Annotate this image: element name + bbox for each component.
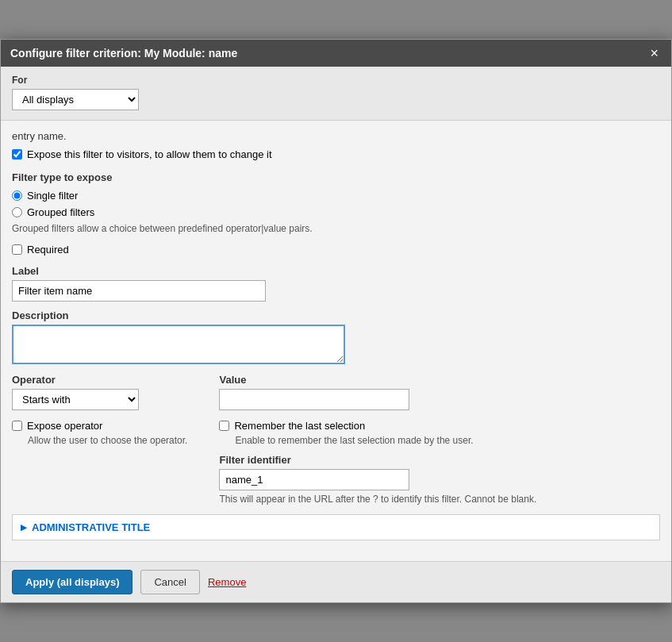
filter-type-radio-group: Single filter Grouped filters xyxy=(12,190,660,218)
remember-selection-row: Remember the last selection xyxy=(219,420,660,432)
required-label[interactable]: Required xyxy=(27,244,69,256)
expose-filter-label[interactable]: Expose this filter to visitors, to allow… xyxy=(27,148,272,160)
expose-operator-label[interactable]: Expose operator xyxy=(27,420,102,432)
filter-identifier-label: Filter identifier xyxy=(219,454,660,466)
dialog-footer: Apply (all displays) Cancel Remove xyxy=(1,561,671,602)
dialog-header: Configure filter criterion: My Module: n… xyxy=(1,40,671,67)
remember-selection-checkbox[interactable] xyxy=(219,421,229,431)
operator-select[interactable]: Starts with Contains Ends with Is equal … xyxy=(12,389,139,410)
label-field-label: Label xyxy=(12,265,660,277)
operator-label: Operator xyxy=(12,374,187,386)
operator-value-section: Operator Starts with Contains Ends with … xyxy=(12,374,660,514)
operator-col: Operator Starts with Contains Ends with … xyxy=(12,374,187,446)
filter-identifier-input[interactable] xyxy=(219,469,409,490)
single-filter-radio[interactable] xyxy=(12,190,22,201)
configure-filter-dialog: Configure filter criterion: My Module: n… xyxy=(0,39,672,603)
main-content: entry name. Expose this filter to visito… xyxy=(1,121,671,561)
grouped-filter-label[interactable]: Grouped filters xyxy=(27,206,94,218)
grouped-filter-radio[interactable] xyxy=(12,207,22,217)
cancel-button[interactable]: Cancel xyxy=(140,570,199,594)
grouped-filter-desc: Grouped filters allow a choice between p… xyxy=(12,223,660,234)
required-checkbox[interactable] xyxy=(12,244,22,255)
value-col: Value Remember the last selection Enable… xyxy=(219,374,660,514)
entry-name-text: entry name. xyxy=(12,130,660,142)
value-field-label: Value xyxy=(219,374,660,386)
for-section: For All displays Page Block Feed xyxy=(1,67,671,121)
description-input[interactable] xyxy=(12,325,345,364)
description-field-label: Description xyxy=(12,309,660,321)
dialog-title: Configure filter criterion: My Module: n… xyxy=(10,47,237,60)
value-input[interactable] xyxy=(219,389,409,410)
admin-title-toggle[interactable]: ▶ ADMINISTRATIVE TITLE xyxy=(13,515,659,540)
apply-button[interactable]: Apply (all displays) xyxy=(12,570,132,594)
remember-selection-label[interactable]: Remember the last selection xyxy=(234,420,365,432)
grouped-filter-row: Grouped filters xyxy=(12,206,660,218)
filter-type-title: Filter type to expose xyxy=(12,171,660,183)
admin-title-triangle-icon: ▶ xyxy=(21,523,27,532)
expose-operator-checkbox[interactable] xyxy=(12,421,22,431)
expose-filter-row: Expose this filter to visitors, to allow… xyxy=(12,148,660,160)
remove-button[interactable]: Remove xyxy=(208,571,246,594)
admin-title-label: ADMINISTRATIVE TITLE xyxy=(32,521,150,533)
label-input[interactable] xyxy=(12,280,266,302)
for-label: For xyxy=(12,75,660,86)
filter-identifier-desc: This will appear in the URL after the ? … xyxy=(219,494,660,505)
remember-selection-desc: Enable to remember the last selection ma… xyxy=(235,435,660,446)
for-select[interactable]: All displays Page Block Feed xyxy=(12,89,139,110)
dialog-close-button[interactable]: × xyxy=(647,46,662,60)
admin-title-section: ▶ ADMINISTRATIVE TITLE xyxy=(12,514,660,540)
expose-operator-desc: Allow the user to choose the operator. xyxy=(28,435,187,446)
expose-operator-row: Expose operator xyxy=(12,420,187,432)
required-row: Required xyxy=(12,244,660,256)
single-filter-label[interactable]: Single filter xyxy=(27,190,78,202)
expose-filter-checkbox[interactable] xyxy=(12,149,22,160)
single-filter-row: Single filter xyxy=(12,190,660,202)
